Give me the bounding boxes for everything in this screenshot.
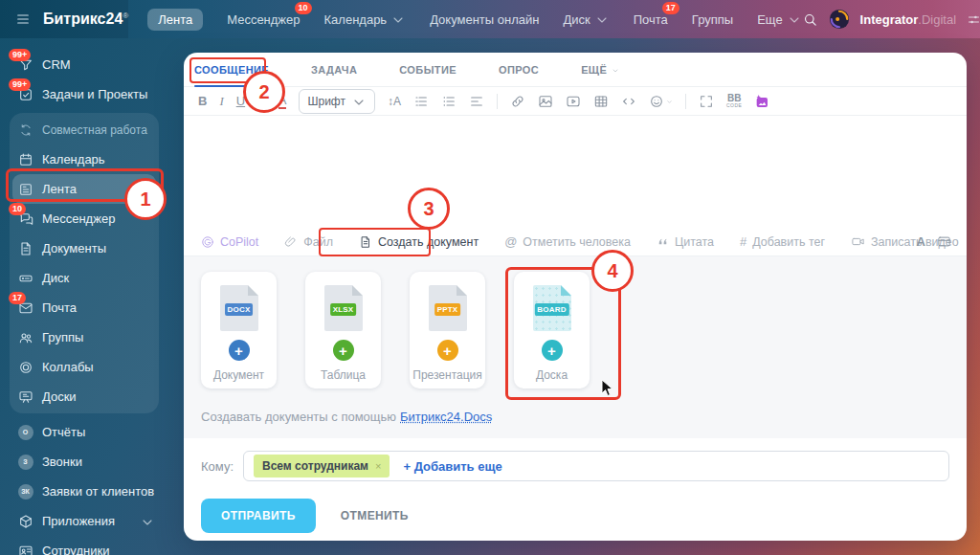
recipients-input[interactable]: Всем сотрудникам × + Добавить еще (243, 451, 949, 481)
sidebar-item-client-requests[interactable]: ЗК Заявки от клиентов (0, 477, 168, 506)
document-icon (359, 235, 372, 249)
text-mode-button[interactable]: A (917, 234, 925, 249)
italic-button[interactable]: I (219, 95, 223, 107)
plus-icon: + (229, 340, 250, 361)
collaboration-icon (17, 122, 33, 138)
mail-badge: 17 (662, 2, 679, 14)
panel-icon[interactable] (937, 234, 951, 249)
topnav-more[interactable]: Еще (757, 11, 801, 28)
cancel-button[interactable]: ОТМЕНИТЬ (341, 509, 409, 522)
sidebar-item-calendar[interactable]: Календарь (10, 144, 159, 174)
bold-button[interactable]: B (198, 95, 207, 107)
tab-poll[interactable]: ОПРОС (499, 53, 539, 87)
sidebar-item-staff[interactable]: Сотрудники (0, 536, 168, 555)
composer-actions: ОТПРАВИТЬ ОТМЕНИТЬ (184, 481, 967, 533)
topbar-right: Integrator.Digital (802, 9, 980, 30)
sidebar-item-messenger[interactable]: 10 Мессенджер (10, 204, 159, 233)
topnav-groups[interactable]: Группы (692, 12, 733, 27)
send-button[interactable]: ОТПРАВИТЬ (201, 499, 316, 533)
calendar-icon (17, 151, 33, 167)
docx-file-icon: DOCX (220, 285, 258, 331)
tab-more[interactable]: ЕЩЁ (581, 53, 619, 87)
sidebar-item-feed[interactable]: Лента (12, 174, 156, 204)
mail-sidebar-badge: 17 (9, 292, 26, 304)
create-pptx-card[interactable]: PPTX + Презентация (410, 272, 485, 388)
menu-icon[interactable] (15, 11, 31, 27)
link-button[interactable] (510, 94, 525, 109)
create-xlsx-card[interactable]: XLSX + Таблица (305, 272, 381, 388)
create-document-button[interactable]: Создать документ (359, 235, 479, 249)
topnav-documents-online[interactable]: Документы онлайн (430, 12, 539, 27)
fullscreen-button[interactable] (699, 94, 714, 109)
create-board-card[interactable]: BOARD + Доска (514, 272, 590, 388)
topnav-calendar[interactable]: Календарь (324, 11, 407, 28)
topnav-feed[interactable]: Лента (147, 9, 203, 31)
align-button[interactable] (469, 94, 484, 109)
topnav-mail[interactable]: Почта17 (634, 12, 668, 27)
ai-image-button[interactable] (754, 94, 769, 109)
add-tag-button[interactable]: #Добавить тег (740, 235, 825, 249)
document-type-cards: DOCX + Документ XLSX + Таблица PPTX + Пр… (184, 256, 967, 388)
recipient-tag[interactable]: Всем сотрудникам × (254, 455, 390, 477)
sidebar-item-mail[interactable]: 17 Почта (10, 293, 159, 322)
sidebar-item-boards[interactable]: Доски (10, 382, 159, 411)
topnav-disk[interactable]: Диск (563, 11, 609, 28)
tab-task[interactable]: ЗАДАЧА (311, 53, 357, 87)
quote-button[interactable]: Цитата (657, 235, 714, 249)
sidebar-item-documents[interactable]: Документы (10, 233, 159, 263)
bitrix-docs-link[interactable]: Битрикс24.Docs (400, 410, 492, 424)
sidebar-item-apps[interactable]: Приложения (0, 506, 168, 536)
avatar[interactable] (829, 9, 850, 30)
message-editor[interactable] (184, 116, 967, 228)
sidebar-item-reports[interactable]: О Отчёты (0, 417, 168, 447)
sliders-icon[interactable] (967, 12, 980, 27)
attach-file-button[interactable]: Файл (284, 235, 333, 249)
crm-funnel-icon: 99+ (17, 56, 33, 73)
remove-tag-icon[interactable]: × (375, 460, 381, 472)
plus-icon: + (333, 340, 354, 361)
sidebar-group-header[interactable]: Совместная работа (10, 115, 159, 144)
sidebar-item-crm[interactable]: 99+ CRM (0, 50, 168, 79)
topnav-messenger[interactable]: Мессенджер10 (227, 12, 300, 27)
insert-table-button[interactable] (593, 94, 609, 109)
mention-person-button[interactable]: @Отметить человека (504, 235, 631, 249)
chevron-down-icon (140, 515, 155, 530)
tab-message[interactable]: СООБЩЕНИЕ (194, 53, 269, 87)
account-name[interactable]: Integrator.Digital (860, 12, 956, 27)
document-icon (17, 240, 33, 256)
create-docx-card[interactable]: DOCX + Документ (201, 272, 277, 388)
insert-image-button[interactable] (538, 94, 553, 109)
search-icon[interactable] (802, 11, 818, 28)
add-recipient-link[interactable]: + Добавить еще (403, 459, 501, 474)
copilot-button[interactable]: CoPilot (201, 235, 258, 249)
chevron-down-icon (787, 12, 802, 28)
feed-icon (17, 181, 33, 197)
id-card-icon (17, 543, 33, 555)
board-icon (17, 388, 33, 405)
strikethrough-button[interactable]: S (257, 95, 266, 107)
bbcode-button[interactable]: BBCODE (726, 94, 742, 108)
font-size-button[interactable]: ↕A (388, 96, 401, 107)
insert-video-button[interactable] (566, 94, 581, 109)
disk-icon (17, 270, 33, 286)
tab-event[interactable]: СОБЫТИЕ (399, 53, 457, 87)
font-color-button[interactable]: A (278, 94, 287, 109)
font-select[interactable]: Шрифт (299, 89, 374, 114)
sidebar-item-groups[interactable]: Группы (10, 322, 159, 352)
code-button[interactable] (621, 94, 636, 109)
topbar-brand: Битрикс24® (0, 0, 128, 38)
sidebar-item-tasks[interactable]: 99+ Задачи и Проекты (0, 79, 168, 109)
sidebar-item-disk[interactable]: Диск (10, 263, 159, 293)
chevron-down-icon (594, 12, 610, 28)
requests-letter-icon: ЗК (17, 483, 33, 500)
underline-button[interactable]: U (236, 95, 245, 107)
bullet-list-button[interactable] (441, 94, 457, 109)
app-logo[interactable]: Битрикс24® (43, 11, 128, 28)
editor-mode-controls: A (917, 234, 951, 249)
sidebar-item-collabs[interactable]: Коллабы (10, 352, 159, 382)
topbar: Битрикс24® Лента Мессенджер10 Календарь … (0, 0, 980, 38)
sidebar-item-calls[interactable]: З Звонки (0, 447, 168, 477)
ordered-list-button[interactable] (413, 94, 429, 109)
composer-tabs: СООБЩЕНИЕ ЗАДАЧА СОБЫТИЕ ОПРОС ЕЩЁ (184, 53, 967, 87)
emoji-button[interactable] (649, 94, 673, 109)
